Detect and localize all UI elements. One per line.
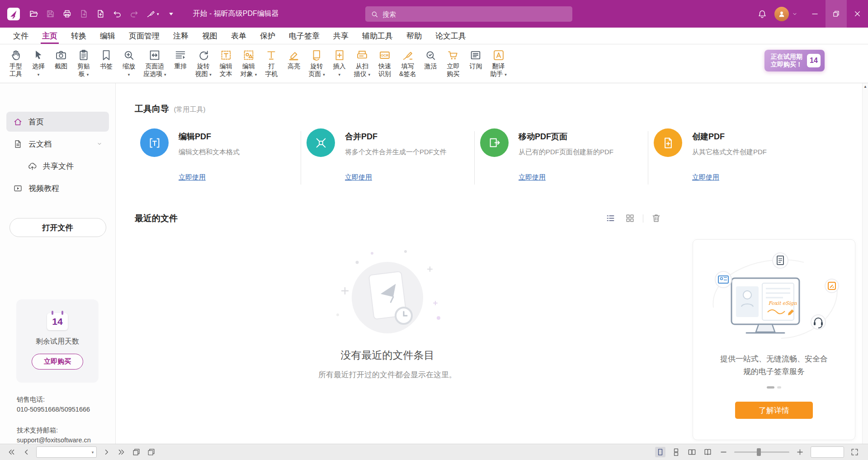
menu-esign[interactable]: 电子签章: [282, 28, 326, 44]
ribbon-subscribe-button[interactable]: 订阅: [465, 47, 486, 71]
ribbon-quick-ocr-button[interactable]: OCR快速识别: [374, 47, 395, 79]
content-scrollbar[interactable]: ▲: [862, 83, 868, 444]
learn-more-button[interactable]: 了解详情: [735, 402, 813, 419]
page-selector[interactable]: ▾: [36, 446, 97, 458]
ribbon-buy-now-button[interactable]: 立即购买: [443, 47, 463, 79]
menu-accessibility[interactable]: 辅助工具: [355, 28, 400, 44]
export-pdf-button[interactable]: [79, 9, 89, 19]
zoom-slider[interactable]: [734, 451, 789, 453]
sidebar-item-home[interactable]: 首页: [6, 112, 109, 132]
undo-button[interactable]: [113, 9, 122, 19]
open-file-button[interactable]: [29, 9, 38, 19]
ribbon-from-scanner-label: 从扫描仪 ▾: [354, 62, 370, 79]
ribbon-clipboard-button[interactable]: 剪贴板 ▾: [73, 47, 94, 80]
carousel-dot-1[interactable]: [767, 386, 774, 389]
use-now-link-move-pdf-pages[interactable]: 立即使用: [519, 173, 546, 182]
menu-home[interactable]: 主页: [35, 28, 64, 44]
ribbon-bookmark-button[interactable]: 书签: [96, 47, 117, 71]
ribbon-fill-sign-button[interactable]: 填写&签名: [397, 47, 418, 79]
grid-view-button[interactable]: [623, 212, 637, 225]
redo-button[interactable]: [129, 9, 139, 19]
search-box[interactable]: [365, 6, 572, 22]
ribbon-hand-tool-button[interactable]: 手型工具: [5, 47, 26, 79]
menu-file[interactable]: 文件: [6, 28, 35, 44]
page-input[interactable]: [37, 449, 89, 455]
facing-view-button[interactable]: [687, 447, 697, 457]
ribbon-from-scanner-button[interactable]: 从扫描仪 ▾: [352, 47, 373, 80]
snapshot-button[interactable]: [131, 447, 142, 457]
ribbon-reflow-button[interactable]: 重排: [170, 47, 191, 71]
maximize-button[interactable]: [826, 0, 847, 28]
foxit-logo-icon[interactable]: [5, 6, 22, 22]
menu-share[interactable]: 共享: [326, 28, 355, 44]
list-view-button[interactable]: [604, 212, 617, 225]
avatar[interactable]: [774, 7, 789, 21]
delete-recent-button[interactable]: [650, 212, 663, 225]
clipboard-snapshot-button[interactable]: [146, 447, 156, 457]
scroll-up-icon[interactable]: ▲: [863, 83, 868, 90]
menu-edit[interactable]: 编辑: [93, 28, 122, 44]
zoom-input[interactable]: [811, 446, 844, 458]
ribbon-select-button[interactable]: 选择▾: [28, 47, 49, 80]
fullscreen-button[interactable]: [849, 447, 860, 457]
book-view-button[interactable]: [703, 447, 713, 457]
ribbon-activate-button[interactable]: 激活: [420, 47, 441, 71]
ribbon-snapshot-button[interactable]: 截图: [51, 47, 71, 71]
open-file-button[interactable]: 打开文件: [9, 218, 106, 237]
quick-sign-button[interactable]: ▾: [146, 9, 159, 19]
use-now-link-create-pdf[interactable]: 立即使用: [692, 173, 719, 182]
menu-help[interactable]: 帮助: [400, 28, 429, 44]
actions-separator: [643, 214, 643, 223]
carousel-dot-2[interactable]: [777, 386, 781, 389]
continuous-view-button[interactable]: [671, 447, 681, 457]
ribbon-insert-button[interactable]: 插入▾: [329, 47, 350, 80]
trial-badge[interactable]: 正在试用期 立即购买！ 14: [764, 50, 825, 71]
menu-convert[interactable]: 转换: [64, 28, 93, 44]
close-button[interactable]: [847, 0, 868, 28]
menu-paper-tools[interactable]: 论文工具: [429, 28, 473, 44]
first-page-button[interactable]: [6, 447, 17, 457]
ribbon-edit-text-button[interactable]: 编辑文本: [216, 47, 236, 79]
minimize-button[interactable]: [804, 0, 826, 28]
menu-organize[interactable]: 页面管理: [122, 28, 166, 44]
menu-form[interactable]: 表单: [224, 28, 253, 44]
menu-view[interactable]: 视图: [195, 28, 224, 44]
buy-now-button[interactable]: 立即购买: [32, 354, 83, 370]
ribbon-rotate-pages-button[interactable]: 旋转页面 ▾: [306, 47, 327, 80]
ribbon-translate-assistant-button[interactable]: 翻译助手 ▾: [488, 47, 509, 80]
save-button[interactable]: [46, 9, 55, 19]
use-now-link-edit-pdf[interactable]: 立即使用: [179, 173, 206, 182]
expand-caret-icon[interactable]: [96, 141, 103, 147]
sidebar-item-video-tutorials[interactable]: 视频教程: [6, 178, 109, 198]
sidebar-item-shared-files[interactable]: 共享文件: [21, 156, 109, 176]
contact-info: 销售电话: 010-50951668/50951666 技术支持邮箱: supp…: [17, 394, 91, 445]
print-button[interactable]: [62, 9, 72, 19]
page-dropdown-icon[interactable]: ▾: [89, 450, 96, 455]
ribbon-bookmark-label: 书签: [100, 62, 113, 70]
sidebar-item-cloud-docs[interactable]: 云文档: [6, 134, 109, 154]
zoom-in-button[interactable]: [795, 447, 805, 457]
next-page-button[interactable]: [101, 447, 112, 457]
last-page-button[interactable]: [116, 447, 127, 457]
empty-files-illustration: [116, 247, 659, 346]
prev-page-button[interactable]: [21, 447, 32, 457]
menu-comment[interactable]: 注释: [166, 28, 195, 44]
ribbon-zoom-button[interactable]: 缩放▾: [118, 47, 139, 80]
ribbon-typewriter-button[interactable]: 打字机: [261, 47, 282, 79]
menu-protect[interactable]: 保护: [253, 28, 282, 44]
account-menu-button[interactable]: [792, 11, 798, 17]
customize-toolbar-button[interactable]: [166, 9, 176, 19]
ribbon-highlight-button[interactable]: 高亮: [283, 47, 304, 71]
use-now-link-merge-pdf[interactable]: 立即使用: [345, 173, 372, 182]
single-page-view-button[interactable]: [655, 447, 665, 457]
ribbon-rotate-view-button[interactable]: 旋转视图 ▾: [193, 47, 213, 80]
ribbon-edit-object-button[interactable]: 编辑对象 ▾: [238, 47, 259, 80]
zoom-icon: [122, 48, 136, 62]
zoom-out-button[interactable]: [718, 447, 729, 457]
notifications-button[interactable]: [757, 9, 767, 19]
zoom-slider-thumb[interactable]: [757, 448, 761, 456]
search-input[interactable]: [382, 10, 567, 18]
create-pdf-button[interactable]: [96, 9, 105, 19]
ribbon-fit-page-options-button[interactable]: 页面适应选项 ▾: [141, 47, 168, 80]
esign-illustration: [700, 244, 849, 348]
